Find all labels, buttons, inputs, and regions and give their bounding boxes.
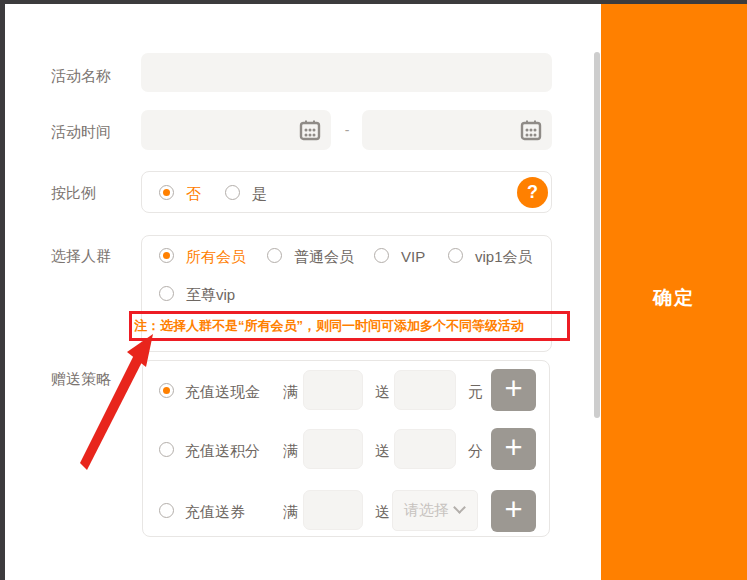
gift-mid-label: 送	[375, 384, 390, 400]
radio-recharge-points[interactable]	[159, 442, 174, 457]
points-threshold-input[interactable]	[303, 429, 363, 469]
radio-yes[interactable]	[225, 185, 240, 200]
date-range-separator: -	[340, 122, 354, 138]
radio-recharge-coupon[interactable]	[159, 503, 174, 518]
end-date-input[interactable]	[362, 110, 552, 150]
radio-recharge-cash-label[interactable]: 充值送现金	[185, 384, 260, 400]
add-points-rule-button[interactable]: +	[491, 428, 536, 470]
activity-name-label: 活动名称	[51, 68, 111, 84]
plus-icon: +	[504, 495, 522, 525]
radio-vip[interactable]	[374, 248, 389, 263]
add-cash-rule-button[interactable]: +	[491, 369, 536, 411]
annotation-highlight-box	[129, 311, 570, 341]
radio-normal-members[interactable]	[267, 248, 282, 263]
scrollbar-thumb[interactable]	[594, 52, 600, 418]
radio-vip-label[interactable]: VIP	[401, 249, 425, 265]
radio-supreme-vip[interactable]	[159, 286, 174, 301]
radio-vip1[interactable]	[448, 248, 463, 263]
coupon-select[interactable]: 请选择	[392, 490, 478, 531]
radio-recharge-coupon-label[interactable]: 充值送券	[185, 504, 245, 520]
activity-time-label: 活动时间	[51, 124, 111, 140]
coupon-threshold-input[interactable]	[303, 490, 363, 530]
threshold-prefix: 满	[283, 384, 298, 400]
unit-label: 分	[468, 443, 483, 459]
coupon-select-placeholder: 请选择	[404, 501, 449, 520]
radio-recharge-cash[interactable]	[159, 383, 174, 398]
cash-threshold-input[interactable]	[303, 370, 363, 410]
confirm-button[interactable]: 确定	[601, 4, 747, 580]
cash-gift-input[interactable]	[394, 370, 456, 410]
threshold-prefix: 满	[283, 443, 298, 459]
radio-yes-label[interactable]: 是	[252, 186, 267, 202]
calendar-icon[interactable]	[299, 119, 321, 141]
unit-label: 元	[468, 384, 483, 400]
by-ratio-group	[141, 171, 552, 213]
calendar-icon[interactable]	[520, 119, 542, 141]
radio-all-members[interactable]	[159, 248, 174, 263]
help-icon[interactable]: ?	[517, 177, 548, 208]
radio-no-label[interactable]: 否	[186, 186, 201, 202]
gift-mid-label: 送	[375, 443, 390, 459]
radio-no[interactable]	[159, 185, 174, 200]
recharge-activity-dialog: 活动名称 活动时间 - 按比例 否 是 ? 选择人群 所有会员 普通会员 VIP	[0, 0, 747, 580]
radio-supreme-vip-label[interactable]: 至尊vip	[186, 287, 235, 303]
radio-all-members-label[interactable]: 所有会员	[186, 249, 246, 265]
activity-name-input[interactable]	[141, 53, 552, 92]
radio-normal-members-label[interactable]: 普通会员	[294, 249, 354, 265]
points-gift-input[interactable]	[394, 429, 456, 469]
threshold-prefix: 满	[283, 504, 298, 520]
confirm-button-label: 确定	[601, 285, 747, 311]
by-ratio-label: 按比例	[51, 185, 96, 201]
plus-icon: +	[504, 433, 522, 463]
radio-recharge-points-label[interactable]: 充值送积分	[185, 443, 260, 459]
chevron-down-icon	[453, 501, 466, 514]
add-coupon-rule-button[interactable]: +	[491, 490, 536, 532]
start-date-input[interactable]	[141, 110, 331, 150]
question-mark: ?	[527, 182, 538, 203]
gift-mid-label: 送	[375, 504, 390, 520]
select-crowd-label: 选择人群	[51, 248, 111, 264]
gift-strategy-label: 赠送策略	[51, 371, 111, 387]
plus-icon: +	[504, 374, 522, 404]
radio-vip1-label[interactable]: vip1会员	[475, 249, 533, 265]
